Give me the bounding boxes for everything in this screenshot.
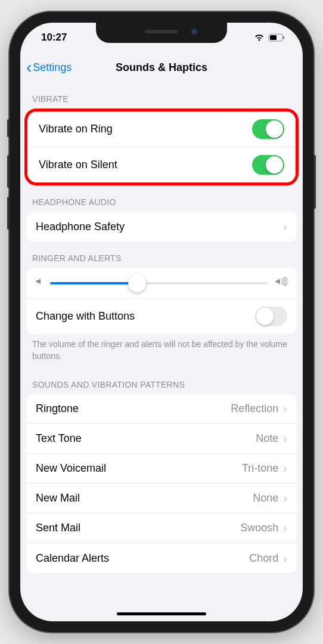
- section-header-patterns: SOUNDS AND VIBRATION PATTERNS: [20, 368, 303, 394]
- row-text-tone[interactable]: Text Tone Note ›: [26, 424, 297, 454]
- row-label: Headphone Safety: [36, 221, 125, 233]
- content-scroll[interactable]: VIBRATE Vibrate on Ring Vibrate on Silen…: [20, 82, 303, 621]
- group-patterns: Ringtone Reflection › Text Tone Note › N…: [26, 394, 297, 573]
- chevron-left-icon: ‹: [26, 59, 32, 76]
- svg-rect-1: [270, 35, 277, 40]
- volume-down-button[interactable]: [7, 197, 10, 230]
- phone-frame: 10:27 ‹ Settings Sounds & Haptics VIBRAT…: [10, 12, 313, 632]
- row-change-with-buttons[interactable]: Change with Buttons: [26, 299, 297, 334]
- toggle-change-with-buttons[interactable]: [255, 306, 287, 326]
- row-value: Note: [256, 432, 278, 445]
- nav-bar: ‹ Settings Sounds & Haptics: [20, 52, 303, 82]
- row-volume-slider: [26, 268, 297, 299]
- notch: [96, 23, 227, 43]
- row-calendar-alerts[interactable]: Calendar Alerts Chord ›: [26, 543, 297, 573]
- volume-slider[interactable]: [50, 282, 268, 284]
- group-headphone: Headphone Safety ›: [26, 212, 297, 242]
- row-label: Text Tone: [36, 432, 82, 445]
- chevron-right-icon: ›: [283, 462, 287, 475]
- toggle-vibrate-on-ring[interactable]: [252, 119, 284, 139]
- row-label: New Voicemail: [36, 462, 106, 475]
- chevron-right-icon: ›: [283, 432, 287, 445]
- row-label: Change with Buttons: [36, 310, 135, 323]
- row-vibrate-on-silent[interactable]: Vibrate on Silent: [29, 147, 294, 182]
- page-title: Sounds & Haptics: [116, 61, 207, 74]
- row-sent-mail[interactable]: Sent Mail Swoosh ›: [26, 513, 297, 543]
- back-label: Settings: [33, 61, 72, 74]
- row-value: Tri-tone: [242, 462, 278, 475]
- row-label: New Mail: [36, 492, 80, 504]
- row-value: Reflection: [231, 402, 278, 415]
- row-label: Calendar Alerts: [36, 552, 109, 565]
- row-label: Vibrate on Ring: [39, 123, 113, 135]
- row-new-mail[interactable]: New Mail None ›: [26, 484, 297, 513]
- row-headphone-safety[interactable]: Headphone Safety ›: [26, 212, 297, 242]
- slider-thumb[interactable]: [128, 274, 146, 292]
- volume-up-button[interactable]: [7, 155, 10, 188]
- section-header-headphone: HEADPHONE AUDIO: [20, 185, 303, 212]
- speaker-low-icon: [36, 277, 43, 289]
- wifi-icon: [254, 33, 265, 42]
- section-header-ringer: RINGER AND ALERTS: [20, 242, 303, 268]
- row-label: Sent Mail: [36, 522, 80, 534]
- row-value: Swoosh: [240, 522, 278, 534]
- power-button[interactable]: [313, 155, 316, 209]
- toggle-vibrate-on-silent[interactable]: [252, 155, 284, 175]
- annotation-highlight: Vibrate on Ring Vibrate on Silent: [24, 109, 299, 185]
- status-time: 10:27: [41, 32, 67, 44]
- group-vibrate: Vibrate on Ring Vibrate on Silent: [29, 112, 294, 182]
- row-value: None: [253, 492, 278, 504]
- chevron-right-icon: ›: [283, 552, 287, 565]
- chevron-right-icon: ›: [283, 220, 287, 234]
- row-value: Chord: [249, 552, 278, 565]
- screen: 10:27 ‹ Settings Sounds & Haptics VIBRAT…: [20, 23, 303, 621]
- speaker-high-icon: [275, 277, 287, 289]
- chevron-right-icon: ›: [283, 402, 287, 416]
- row-vibrate-on-ring[interactable]: Vibrate on Ring: [29, 112, 294, 147]
- row-ringtone[interactable]: Ringtone Reflection ›: [26, 394, 297, 424]
- back-button[interactable]: ‹ Settings: [26, 59, 72, 76]
- home-indicator[interactable]: [117, 612, 206, 615]
- row-label: Ringtone: [36, 402, 79, 415]
- section-footer-ringer: The volume of the ringer and alerts will…: [20, 334, 303, 368]
- chevron-right-icon: ›: [283, 491, 287, 505]
- section-header-vibrate: VIBRATE: [20, 82, 303, 109]
- battery-icon: [268, 33, 285, 42]
- group-ringer: Change with Buttons: [26, 268, 297, 334]
- svg-rect-2: [283, 36, 284, 39]
- mute-switch[interactable]: [7, 119, 10, 137]
- row-new-voicemail[interactable]: New Voicemail Tri-tone ›: [26, 454, 297, 484]
- row-label: Vibrate on Silent: [39, 159, 117, 171]
- chevron-right-icon: ›: [283, 521, 287, 535]
